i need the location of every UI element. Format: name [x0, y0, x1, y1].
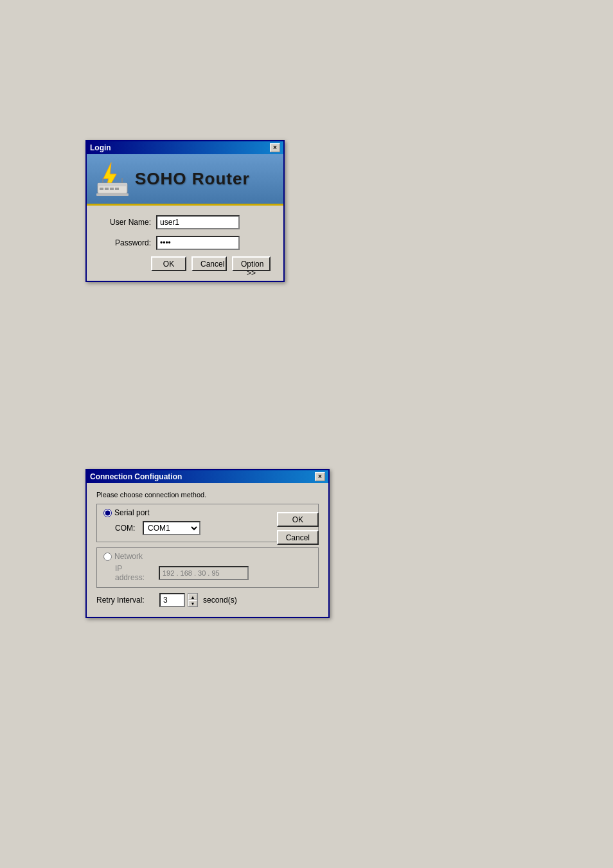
spinner-down-button[interactable]: ▼: [188, 600, 197, 607]
login-button-row: OK Cancel Option >>: [100, 256, 271, 271]
svg-rect-5: [110, 188, 114, 190]
ip-row: IP address:: [115, 564, 312, 582]
spinner-up-button[interactable]: ▲: [188, 594, 197, 600]
router-icon: [96, 177, 129, 197]
serial-radio[interactable]: [103, 509, 112, 517]
com-label: COM:: [115, 524, 138, 533]
network-radio-row: Network: [103, 552, 312, 561]
login-dialog: Login × SOHO Router User: [85, 140, 285, 282]
network-radio[interactable]: [103, 553, 112, 561]
login-banner: SOHO Router: [87, 154, 283, 206]
spinner-arrows: ▲ ▼: [188, 593, 198, 607]
svg-rect-6: [115, 188, 119, 190]
login-close-button[interactable]: ×: [270, 143, 280, 152]
password-row: Password:: [100, 236, 271, 250]
config-body: Please choose connection method. Serial …: [87, 483, 328, 617]
ip-input: [159, 566, 249, 580]
network-radio-label[interactable]: Network: [114, 552, 143, 561]
config-cancel-button[interactable]: Cancel: [277, 530, 319, 545]
retry-input[interactable]: [159, 593, 185, 607]
config-instruction: Please choose connection method.: [96, 491, 319, 499]
svg-rect-4: [105, 188, 109, 190]
retry-spinner: ▲ ▼ second(s): [159, 593, 237, 607]
config-titlebar: Connection Configuation ×: [87, 470, 328, 483]
svg-rect-2: [98, 183, 127, 186]
username-input[interactable]: [156, 215, 240, 229]
seconds-label: second(s): [203, 596, 237, 605]
network-group: Network IP address:: [96, 547, 319, 588]
ip-label: IP address:: [115, 564, 154, 582]
username-row: User Name:: [100, 215, 271, 229]
com-select[interactable]: COM1 COM2 COM3 COM4: [143, 521, 200, 535]
ok-button[interactable]: OK: [151, 256, 186, 271]
cancel-button[interactable]: Cancel: [191, 256, 227, 271]
config-close-button[interactable]: ×: [315, 472, 325, 481]
config-dialog: Connection Configuation × Please choose …: [85, 469, 330, 618]
config-title: Connection Configuation: [90, 472, 182, 481]
config-ok-button[interactable]: OK: [277, 512, 319, 527]
password-label: Password:: [100, 238, 151, 247]
retry-row: Retry Interval: ▲ ▼ second(s): [96, 593, 319, 607]
config-button-group: OK Cancel: [277, 512, 319, 545]
serial-radio-label[interactable]: Serial port: [114, 508, 150, 517]
svg-rect-3: [100, 188, 103, 190]
banner-icon: [96, 161, 129, 197]
banner-title: SOHO Router: [135, 169, 250, 189]
retry-label: Retry Interval:: [96, 596, 154, 605]
login-body: User Name: Password: OK Cancel Option >>: [87, 206, 283, 281]
option-button[interactable]: Option >>: [232, 256, 271, 271]
password-input[interactable]: [156, 236, 240, 250]
svg-rect-9: [96, 193, 129, 196]
username-label: User Name:: [100, 218, 151, 227]
login-titlebar: Login ×: [87, 141, 283, 154]
login-title: Login: [90, 143, 111, 152]
